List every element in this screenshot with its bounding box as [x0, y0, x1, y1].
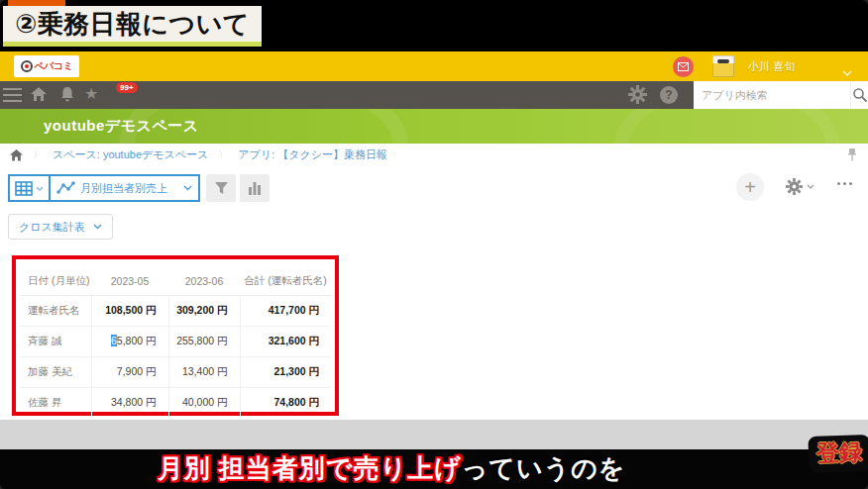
cell-value[interactable]: 21,300 円: [240, 357, 331, 388]
help-icon[interactable]: ?: [660, 86, 678, 104]
pin-icon[interactable]: [846, 147, 858, 163]
breadcrumb-space-link[interactable]: スペース: youtubeデモスペース: [53, 147, 208, 162]
chevron-down-icon: [36, 186, 44, 191]
app-content: 月別担当者別売上 +: [0, 166, 868, 420]
window-bottom-strip: [0, 420, 868, 449]
search-icon[interactable]: [850, 81, 868, 109]
table-grid-icon: [15, 181, 33, 196]
highlight-frame: 日付 (月単位) 2023-05 2023-06 合計 (運転者氏名) 運転者氏…: [12, 255, 339, 416]
breadcrumb-separator: 〉: [218, 148, 228, 162]
caption-title: ②乗務日報について: [15, 7, 250, 42]
cell-value[interactable]: 13,400 円: [168, 357, 240, 388]
subtitle-plain: っていうのを: [462, 453, 626, 483]
cell-value[interactable]: 74,800 円: [240, 388, 331, 419]
star-icon[interactable]: ★: [84, 84, 98, 103]
mail-icon[interactable]: [673, 56, 694, 77]
logo-text: ペパコミ: [35, 59, 73, 73]
breadcrumb-app-link[interactable]: アプリ: 【タクシー】乗務日報: [238, 147, 387, 162]
column-header: 2023-05: [91, 267, 168, 296]
subtitle-bar: 月別 担当者別で売り上げっていうのを 登録: [0, 449, 868, 489]
cross-table-body: 運転者氏名108,500 円309,200 円417,700 円斉藤 誠65,8…: [20, 296, 331, 419]
row-label: 加藤 美紀: [20, 357, 91, 388]
header-bar: ペパコミ 小川 喜旬: [0, 51, 868, 81]
user-menu-chevron-down-icon[interactable]: [842, 62, 852, 80]
home-icon[interactable]: [30, 86, 48, 106]
avatar[interactable]: [712, 55, 734, 77]
table-row: 斉藤 誠65,800 円255,800 円321,600 円: [20, 327, 331, 357]
bar-chart-icon: [248, 181, 262, 195]
row-label: 佐藤 昇: [20, 388, 91, 419]
column-header: 2023-06: [168, 267, 240, 296]
cell-value[interactable]: 255,800 円: [168, 327, 240, 357]
chevron-down-icon: [807, 184, 814, 189]
ellipsis-icon[interactable]: [837, 182, 852, 185]
logo-mark-icon: [21, 60, 33, 72]
breadcrumb-separator: 〉: [33, 148, 43, 162]
view-name: 月別担当者別売上: [80, 181, 178, 196]
view-selector[interactable]: 月別担当者別売上: [50, 174, 200, 202]
breadcrumb-home-icon[interactable]: [10, 149, 23, 161]
column-header: 日付 (月単位): [20, 267, 91, 296]
hamburger-icon[interactable]: [3, 88, 22, 102]
caption-plate: ②乗務日報について: [3, 6, 262, 47]
breadcrumb: 〉 スペース: youtubeデモスペース 〉 アプリ: 【タクシー】乗務日報: [0, 144, 868, 167]
bell-icon[interactable]: 99+: [59, 86, 75, 107]
add-record-button[interactable]: +: [736, 173, 764, 201]
app-search: [694, 81, 868, 109]
register-stamp: 登録: [808, 435, 868, 473]
settings-button[interactable]: [786, 178, 814, 195]
chevron-down-icon: [93, 224, 102, 230]
logo[interactable]: ペパコミ: [14, 55, 79, 77]
table-row: 運転者氏名108,500 円309,200 円417,700 円: [20, 296, 331, 327]
cell-value[interactable]: 40,000 円: [168, 388, 240, 419]
table-header-row: 日付 (月単位) 2023-05 2023-06 合計 (運転者氏名): [20, 267, 331, 296]
cell-value[interactable]: 417,700 円: [240, 296, 331, 327]
cell-value[interactable]: 321,600 円: [240, 327, 331, 357]
table-row: 佐藤 昇34,800 円40,000 円74,800 円: [20, 388, 331, 419]
screenshot-root: ②乗務日報について ペパコミ 小川 喜旬: [0, 0, 868, 489]
space-title: youtubeデモスペース: [44, 117, 199, 136]
filter-button[interactable]: [206, 174, 236, 202]
chart-button[interactable]: [240, 174, 270, 202]
filter-icon: [214, 181, 229, 195]
user-name[interactable]: 小川 喜旬: [748, 59, 795, 74]
line-chart-icon: [56, 181, 75, 195]
chevron-down-icon: [183, 185, 192, 191]
text-selection: 6: [111, 335, 117, 346]
notification-badge: 99+: [116, 82, 138, 93]
gear-icon[interactable]: [628, 85, 647, 108]
subtitle-text: 月別 担当者別で売り上げっていうのを: [0, 451, 783, 486]
cell-value[interactable]: 309,200 円: [168, 296, 240, 327]
gear-icon: [786, 178, 803, 195]
chart-type-dropdown[interactable]: クロス集計表: [8, 214, 113, 240]
row-label: 斉藤 誠: [20, 327, 91, 357]
table-view-button[interactable]: [8, 174, 50, 202]
cell-value[interactable]: 34,800 円: [91, 388, 168, 419]
nav-bar: 99+ ★ ?: [0, 81, 868, 109]
app-window: ペパコミ 小川 喜旬 99+ ★: [0, 51, 868, 420]
view-switcher: 月別担当者別売上: [8, 174, 200, 202]
space-banner: youtubeデモスペース: [0, 109, 868, 144]
search-input[interactable]: [694, 89, 850, 101]
cell-value[interactable]: 7,900 円: [91, 357, 168, 388]
table-row: 加藤 美紀7,900 円13,400 円21,300 円: [20, 357, 331, 388]
chart-type-label: クロス集計表: [19, 220, 85, 235]
subtitle-emphasis: 月別 担当者別で売り上げ: [158, 453, 462, 483]
cell-value[interactable]: 65,800 円: [91, 327, 168, 357]
column-header: 合計 (運転者氏名): [240, 267, 331, 296]
row-label: 運転者氏名: [20, 296, 91, 327]
cell-value[interactable]: 108,500 円: [91, 296, 168, 327]
cross-tab-table: 日付 (月単位) 2023-05 2023-06 合計 (運転者氏名) 運転者氏…: [20, 267, 331, 418]
